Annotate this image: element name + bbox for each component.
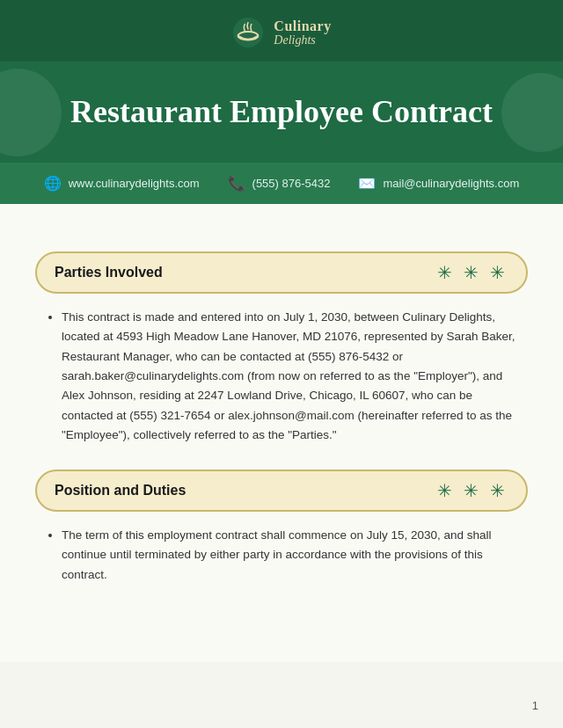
section-parties: Parties Involved ✳ ✳ ✳ This contract is …	[35, 251, 528, 445]
email-icon: ✉️	[358, 175, 376, 192]
section-parties-header: Parties Involved ✳ ✳ ✳	[35, 251, 528, 294]
spacer	[0, 204, 563, 225]
header-bar: Culinary Delights	[0, 0, 563, 62]
section-position-body: The term of this employment contract sha…	[35, 526, 528, 585]
hero-section: Restaurant Employee Contract	[0, 62, 563, 163]
contact-website: 🌐 www.culinarydelights.com	[44, 175, 200, 192]
phone-text: (555) 876-5432	[252, 177, 331, 190]
contact-bar: 🌐 www.culinarydelights.com 📞 (555) 876-5…	[0, 163, 563, 204]
section-position-title: Position and Duties	[55, 483, 186, 499]
section-position-header: Position and Duties ✳ ✳ ✳	[35, 470, 528, 512]
main-content: Parties Involved ✳ ✳ ✳ This contract is …	[0, 225, 563, 662]
section-parties-stars: ✳ ✳ ✳	[437, 262, 508, 283]
logo-icon	[231, 16, 265, 49]
brand-main: Culinary	[274, 18, 331, 34]
website-text: www.culinarydelights.com	[69, 177, 200, 190]
parties-text: This contract is made and entered into o…	[62, 308, 519, 445]
section-position-stars: ✳ ✳ ✳	[437, 480, 508, 501]
globe-icon: 🌐	[44, 175, 62, 192]
section-position: Position and Duties ✳ ✳ ✳ The term of th…	[35, 470, 528, 585]
phone-icon: 📞	[228, 175, 245, 192]
section-parties-body: This contract is made and entered into o…	[35, 308, 528, 445]
position-text: The term of this employment contract sha…	[62, 526, 519, 585]
contact-email: ✉️ mail@culinarydelights.com	[358, 175, 519, 192]
section-parties-title: Parties Involved	[55, 265, 163, 280]
contact-phone: 📞 (555) 876-5432	[228, 175, 331, 192]
email-text: mail@culinarydelights.com	[383, 177, 519, 190]
brand-sub: Delights	[274, 33, 331, 47]
hero-title: Restaurant Employee Contract	[53, 93, 510, 131]
logo-text: Culinary Delights	[274, 18, 331, 47]
hero-circle-right	[501, 73, 563, 152]
page-number: 1	[532, 699, 538, 712]
